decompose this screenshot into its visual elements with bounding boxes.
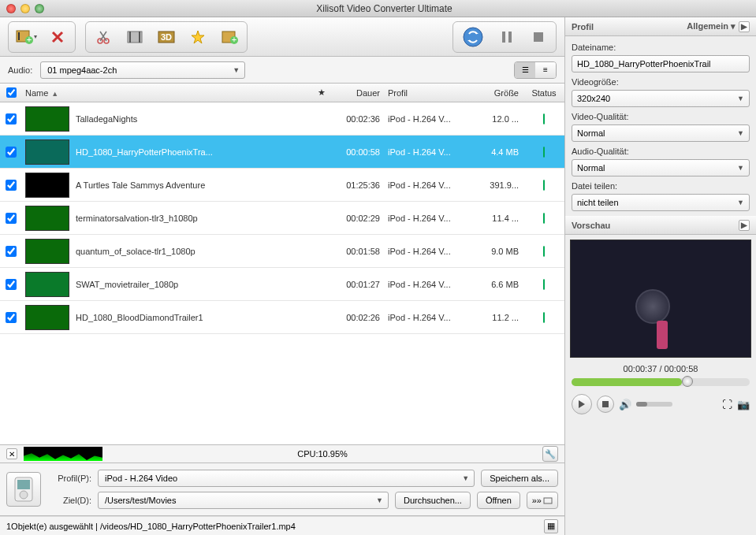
output-panel: Profil(P): iPod - H.264 Video▼ Speichern…	[0, 463, 564, 516]
play-button[interactable]	[572, 394, 592, 414]
status-text: 1Objekt(e) ausgewählt | /videos/HD_1080_…	[6, 522, 296, 531]
seek-knob[interactable]	[682, 376, 693, 387]
duration-cell: 00:01:58	[331, 247, 385, 256]
svg-point-20	[20, 491, 28, 499]
row-checkbox[interactable]	[6, 113, 17, 124]
dateiname-label: Dateiname:	[572, 43, 750, 52]
ziel-dropdown[interactable]: /Users/test/Movies▼	[98, 492, 389, 509]
svg-text:3D: 3D	[161, 32, 172, 42]
cpu-label: CPU:10.95%	[109, 449, 536, 459]
row-checkbox[interactable]	[6, 147, 17, 158]
file-name: HD_1080_BloodDiamondTrailer1	[76, 313, 203, 322]
columns-icon[interactable]: ▦	[544, 519, 558, 533]
seek-slider[interactable]	[572, 378, 750, 386]
table-header: Name▲ ★ Dauer Profil Größe Status	[0, 84, 564, 102]
thumbnail	[25, 239, 69, 264]
file-name: quantum_of_solace-tlr1_1080p	[76, 247, 196, 256]
settings-icon[interactable]: 🔧	[542, 446, 558, 462]
videoqual-label: Video-Qualität:	[572, 112, 750, 121]
remove-file-button[interactable]	[43, 25, 72, 49]
volume-slider[interactable]	[636, 402, 672, 407]
status-icon	[543, 279, 545, 290]
file-name: HD_1080_HarryPotterPhoenixTra...	[76, 147, 213, 157]
dateiname-field[interactable]: HD_1080_HarryPotterPhoenixTrail	[572, 55, 750, 72]
clip-button[interactable]	[121, 25, 149, 49]
convert-button[interactable]	[456, 25, 490, 49]
3d-button[interactable]: 3D	[152, 25, 181, 49]
table-row[interactable]: TalladegaNights00:02:36iPod - H.264 V...…	[0, 102, 564, 136]
window-minimize-button[interactable]	[20, 4, 30, 13]
svg-text:+: +	[27, 35, 32, 44]
duration-cell: 01:25:36	[331, 180, 385, 190]
row-checkbox[interactable]	[6, 246, 17, 257]
preview-viewport[interactable]	[570, 240, 751, 358]
sort-asc-icon: ▲	[51, 90, 58, 98]
effects-button[interactable]	[184, 25, 212, 49]
col-status-header[interactable]: Status	[523, 88, 564, 98]
pause-button[interactable]	[493, 25, 521, 49]
dateiteilen-dropdown[interactable]: nicht teilen▼	[572, 194, 750, 211]
add-file-button[interactable]: +▾	[12, 25, 40, 49]
thumbnail	[25, 139, 69, 165]
open-button[interactable]: Öffnen	[477, 492, 520, 509]
device-icon[interactable]	[6, 472, 41, 507]
row-checkbox[interactable]	[6, 312, 17, 323]
audio-dropdown[interactable]: 01 mpeg4aac-2ch▼	[40, 61, 245, 79]
table-row[interactable]: quantum_of_solace-tlr1_1080p00:01:58iPod…	[0, 235, 564, 268]
stop-button[interactable]	[524, 25, 553, 49]
videogroesse-dropdown[interactable]: 320x240▼	[572, 90, 750, 107]
profil-cell: iPod - H.264 V...	[385, 280, 473, 289]
profil-dropdown[interactable]: iPod - H.264 Video▼	[98, 470, 475, 487]
profil-cell: iPod - H.264 V...	[385, 313, 473, 322]
cpu-close-icon[interactable]: ✕	[6, 448, 17, 459]
chevron-down-icon: ▼	[737, 199, 744, 206]
col-name-header[interactable]: Name▲	[22, 88, 312, 98]
snapshot-icon[interactable]: 📷	[737, 399, 750, 411]
list-view-button[interactable]: ☰	[515, 62, 535, 78]
audio-label: Audio:	[8, 65, 32, 75]
svg-rect-21	[544, 498, 552, 503]
add-output-button[interactable]: +	[215, 25, 244, 49]
svg-point-5	[104, 39, 109, 43]
videoqual-dropdown[interactable]: Normal▼	[572, 124, 750, 142]
preview-time: 00:00:37 / 00:00:58	[565, 364, 756, 373]
save-as-button[interactable]: Speichern als...	[481, 470, 558, 487]
col-groesse-header[interactable]: Größe	[473, 88, 523, 98]
table-row[interactable]: terminatorsalvation-tlr3_h1080p00:02:29i…	[0, 202, 564, 235]
window-close-button[interactable]	[6, 4, 16, 13]
col-star-header[interactable]: ★	[312, 87, 331, 98]
expand-right-icon[interactable]: ▶	[739, 21, 750, 32]
stop-preview-button[interactable]	[597, 396, 614, 413]
chevron-down-icon: ▼	[233, 66, 240, 74]
table-row[interactable]: HD_1080_BloodDiamondTrailer100:02:26iPod…	[0, 301, 564, 334]
row-checkbox[interactable]	[6, 213, 17, 224]
svg-rect-19	[17, 480, 30, 489]
window-maximize-button[interactable]	[35, 4, 44, 13]
view-toggle: ☰ ≡	[514, 61, 557, 79]
vorschau-panel-header: Vorschau ▶	[565, 216, 756, 235]
size-cell: 6.6 MB	[473, 280, 523, 289]
thumbnail	[25, 106, 69, 132]
col-dauer-header[interactable]: Dauer	[331, 88, 385, 98]
allgemein-dropdown[interactable]: Allgemein ▾	[687, 21, 736, 32]
select-all-checkbox[interactable]	[6, 87, 17, 98]
audioqual-dropdown[interactable]: Normal▼	[572, 159, 750, 176]
status-bar: 1Objekt(e) ausgewählt | /videos/HD_1080_…	[0, 516, 564, 535]
cpu-graph	[24, 447, 102, 461]
jump-button[interactable]: »»	[527, 492, 558, 509]
volume-icon[interactable]: 🔊	[619, 399, 631, 411]
table-row[interactable]: A Turtles Tale Sammys Adventure01:25:36i…	[0, 169, 564, 202]
table-row[interactable]: HD_1080_HarryPotterPhoenixTra...00:00:58…	[0, 136, 564, 169]
svg-rect-9	[158, 32, 174, 43]
row-checkbox[interactable]	[6, 279, 17, 290]
table-row[interactable]: SWAT_movietrailer_1080p00:01:27iPod - H.…	[0, 268, 564, 301]
grid-view-button[interactable]: ≡	[535, 62, 556, 78]
fullscreen-icon[interactable]: ⛶	[722, 399, 732, 411]
chevron-down-icon: ▼	[737, 129, 744, 137]
expand-right-icon[interactable]: ▶	[739, 220, 750, 231]
row-checkbox[interactable]	[6, 180, 17, 191]
col-profil-header[interactable]: Profil	[385, 88, 473, 98]
browse-button[interactable]: Durchsuchen...	[395, 492, 471, 509]
cut-button[interactable]	[89, 25, 117, 49]
profil-cell: iPod - H.264 V...	[385, 180, 473, 190]
